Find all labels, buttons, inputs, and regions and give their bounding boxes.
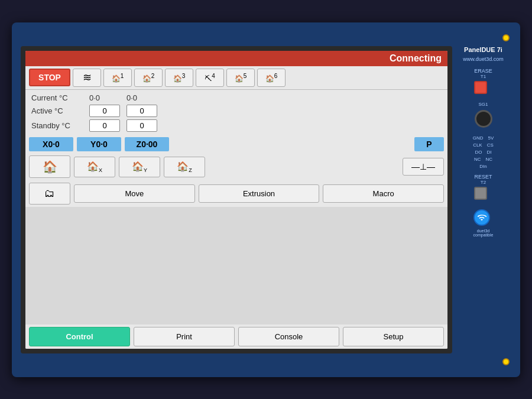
active-temp-input-1[interactable] [89, 105, 120, 117]
tool6-button[interactable]: 🏠6 [257, 69, 286, 87]
tool3-button[interactable]: 🏠3 [165, 69, 193, 87]
tool5-button[interactable]: 🏠5 [226, 69, 255, 87]
standby-temp-input-2[interactable] [126, 119, 157, 132]
tab-control[interactable]: Control [29, 327, 130, 346]
tool4-icon: ⛏4 [205, 74, 215, 83]
tool6-icon: 🏠6 [265, 74, 278, 83]
status-text: Connecting [390, 53, 442, 63]
move-button[interactable]: Move [74, 184, 195, 203]
din-label: DIn [479, 164, 486, 169]
standby-temp-input-1[interactable] [89, 119, 120, 132]
home-y-icon: 🏠Y [132, 161, 147, 171]
pcb-right-panel: PanelDUE 7i www.duet3d.com ERASE T1 SG1 … [452, 28, 514, 371]
lcd-screen: Connecting STOP ≋ 🏠1 🏠2 🏠3 ⛏4 [25, 51, 447, 349]
t2-label: T2 [474, 180, 492, 185]
nc2-label: NC [485, 157, 492, 162]
cs-label: CS [487, 142, 494, 148]
5v-label: 5V [488, 135, 494, 141]
file-button[interactable]: 🗂 [29, 183, 70, 205]
fan-button[interactable]: —⊥— [403, 158, 444, 176]
active-temp-row: Active °C [31, 103, 442, 118]
tool2-icon: 🏠2 [142, 74, 155, 83]
reset-label: RESET [474, 174, 492, 180]
p-position[interactable]: P [414, 137, 444, 151]
home-z-button[interactable]: 🏠Z [164, 157, 205, 177]
tool1-icon: 🏠1 [112, 74, 124, 83]
bed-heat-icon: ≋ [83, 72, 92, 83]
wifi-module [473, 209, 490, 226]
clk-label: CLK [473, 142, 482, 148]
active-temp-label: Active °C [31, 106, 85, 115]
duet3d-label: duet3d [473, 229, 494, 233]
pcb-board: Connecting STOP ≋ 🏠1 🏠2 🏠3 ⛏4 [12, 22, 520, 377]
reset-button[interactable] [474, 187, 487, 200]
di-label: DI [486, 150, 491, 155]
file-icon: 🗂 [44, 187, 55, 199]
home-y-button[interactable]: 🏠Y [119, 157, 160, 177]
brand-label: PanelDUE 7i [463, 46, 504, 53]
t1-label: T1 [474, 74, 492, 79]
nc-label: NC [474, 157, 481, 162]
standby-temp-row: Standby °C [31, 118, 442, 133]
action-buttons: 🗂 Move Extrusion Macro [25, 180, 447, 207]
compatible-label: compatible [473, 233, 494, 237]
movement-buttons: 🏠 🏠X 🏠Y 🏠Z —⊥— [25, 153, 447, 180]
toolbar: STOP ≋ 🏠1 🏠2 🏠3 ⛏4 🏠5 [25, 66, 447, 90]
z-position[interactable]: Z0·00 [125, 137, 169, 151]
current-temp-1: 0·0 [89, 93, 122, 102]
sg1-label: SG1 [475, 102, 492, 107]
tab-setup[interactable]: Setup [343, 327, 444, 346]
gnd-label: GND [473, 135, 484, 141]
tool1-button[interactable]: 🏠1 [103, 69, 132, 87]
home-all-icon: 🏠 [43, 160, 57, 173]
brand-sub: www.duet3d.com [463, 56, 504, 62]
tool3-icon: 🏠3 [173, 74, 186, 83]
do-label: DO [475, 150, 482, 155]
y-position[interactable]: Y0·0 [77, 137, 121, 151]
tool2-button[interactable]: 🏠2 [134, 69, 163, 87]
tab-console[interactable]: Console [238, 327, 339, 346]
position-bar: X0·0 Y0·0 Z0·00 P [25, 135, 447, 153]
status-bar: Connecting [25, 51, 447, 66]
screw-hole-top [502, 34, 510, 41]
home-all-button[interactable]: 🏠 [29, 155, 70, 178]
standby-temp-label: Standby °C [31, 121, 85, 130]
stop-button[interactable]: STOP [29, 69, 70, 86]
bed-heat-button[interactable]: ≋ [73, 69, 101, 87]
current-temp-2: 0·0 [126, 93, 159, 102]
current-temp-row: Current °C 0·0 0·0 [31, 92, 442, 103]
home-x-icon: 🏠X [87, 161, 102, 171]
active-temp-input-2[interactable] [126, 105, 157, 117]
macro-button[interactable]: Macro [323, 184, 444, 203]
temperature-section: Current °C 0·0 0·0 Active °C Standby °C [25, 90, 447, 135]
extrusion-button[interactable]: Extrusion [199, 184, 320, 203]
x-position[interactable]: X0·0 [29, 137, 73, 151]
home-z-icon: 🏠Z [177, 161, 192, 171]
side-labels: GND 5V CLK CS DO DI NC NC DIn [473, 135, 494, 169]
home-x-button[interactable]: 🏠X [74, 157, 115, 177]
erase-label: ERASE [474, 68, 492, 74]
screw-hole-bottom [502, 358, 510, 365]
tab-print[interactable]: Print [134, 327, 235, 346]
rotary-encoder[interactable] [475, 110, 492, 128]
tool4-button[interactable]: ⛏4 [196, 69, 224, 87]
erase-button[interactable] [474, 81, 487, 94]
tool5-icon: 🏠5 [235, 74, 247, 83]
current-temp-label: Current °C [31, 93, 85, 102]
nav-tabs: Control Print Console Setup [25, 325, 447, 349]
screen-bezel: Connecting STOP ≋ 🏠1 🏠2 🏠3 ⛏4 [21, 46, 452, 353]
